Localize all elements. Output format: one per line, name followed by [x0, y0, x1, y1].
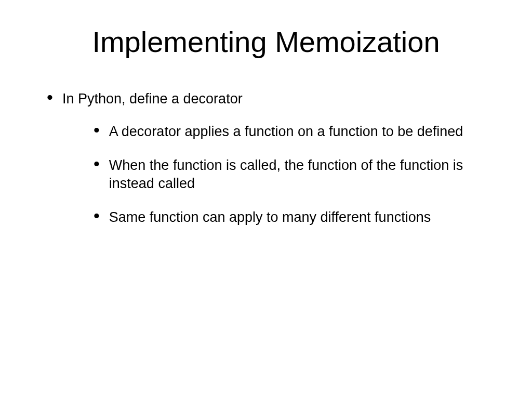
sub-bullet-text: Same function can apply to many differen…: [109, 208, 431, 227]
list-item: • In Python, define a decorator • A deco…: [47, 90, 496, 242]
bullet-icon: •: [94, 124, 100, 136]
bullet-list: • In Python, define a decorator • A deco…: [36, 90, 496, 242]
slide: Implementing Memoization • In Python, de…: [0, 0, 532, 399]
sub-bullet-text: When the function is called, the functio…: [109, 156, 496, 193]
bullet-icon: •: [94, 158, 100, 169]
bullet-icon: •: [94, 210, 100, 221]
list-item: • A decorator applies a function on a fu…: [94, 123, 496, 141]
sub-bullet-text: A decorator applies a function on a func…: [109, 123, 463, 141]
list-item: • When the function is called, the funct…: [94, 156, 496, 193]
bullet-icon: •: [47, 91, 53, 103]
sub-list: • A decorator applies a function on a fu…: [62, 123, 496, 227]
slide-title: Implementing Memoization: [36, 25, 496, 59]
list-item: • Same function can apply to many differ…: [94, 208, 496, 227]
bullet-body: In Python, define a decorator • A decora…: [62, 90, 496, 242]
bullet-text: In Python, define a decorator: [62, 91, 243, 107]
